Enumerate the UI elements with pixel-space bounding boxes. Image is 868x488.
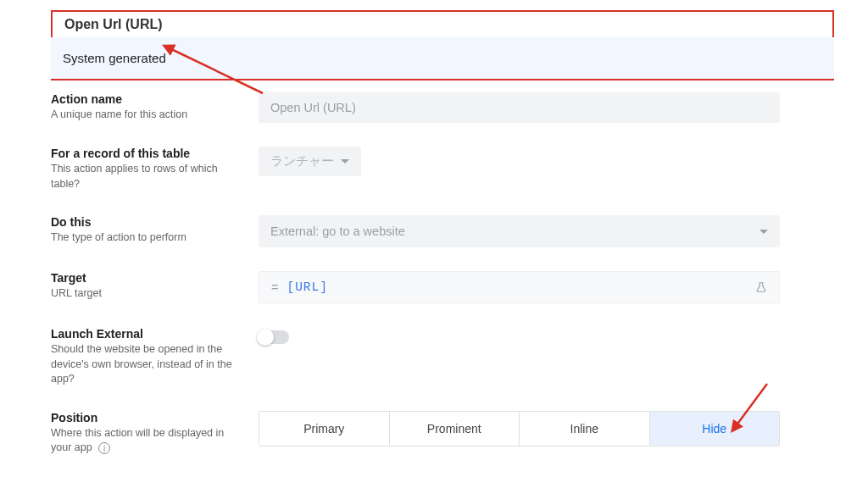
header-highlight-box: Open Url (URL) System generated [51, 10, 834, 80]
target-label: Target [51, 271, 242, 285]
field-launch-external: Launch External Should the website be op… [51, 315, 834, 399]
position-desc: Where this action will be displayed in y… [51, 426, 242, 456]
field-action-name: Action name A unique name for this actio… [51, 80, 834, 135]
table-select[interactable]: ランチャー [259, 147, 361, 176]
chevron-down-icon [760, 230, 768, 234]
system-generated-row: System generated [51, 37, 834, 79]
action-name-label: Action name [51, 92, 242, 106]
target-expression-input[interactable]: = [URL] [259, 271, 780, 303]
target-value: [URL] [287, 280, 328, 294]
action-title: Open Url (URL) [53, 12, 832, 37]
table-select-value: ランチャー [270, 153, 334, 169]
chevron-down-icon [341, 159, 349, 164]
target-prefix: = [271, 280, 278, 294]
do-this-select[interactable]: External: go to a website [259, 215, 780, 247]
launch-label: Launch External [51, 327, 242, 341]
position-option-prominent[interactable]: Prominent [390, 412, 520, 446]
toggle-knob [257, 329, 274, 346]
position-segmented: Primary Prominent Inline Hide [259, 411, 780, 446]
launch-external-toggle[interactable] [259, 330, 289, 344]
do-this-label: Do this [51, 215, 242, 229]
field-position: Position Where this action will be displ… [51, 399, 834, 459]
action-name-desc: A unique name for this action [51, 108, 242, 123]
table-label: For a record of this table [51, 147, 242, 160]
launch-desc: Should the website be opened in the devi… [51, 342, 242, 387]
table-desc: This action applies to rows of which tab… [51, 162, 242, 191]
position-option-hide[interactable]: Hide [650, 412, 780, 446]
field-table: For a record of this table This action a… [51, 135, 834, 203]
do-this-value: External: go to a website [270, 225, 405, 238]
field-do-this: Do this The type of action to perform Ex… [51, 203, 834, 259]
position-option-primary[interactable]: Primary [259, 412, 390, 446]
field-target: Target URL target = [URL] [51, 259, 834, 315]
beaker-icon[interactable] [755, 281, 767, 293]
info-icon[interactable]: i [98, 442, 110, 454]
system-generated-label: System generated [63, 51, 166, 65]
target-desc: URL target [51, 286, 242, 302]
do-this-desc: The type of action to perform [51, 230, 242, 246]
action-name-input[interactable] [259, 92, 780, 123]
position-option-inline[interactable]: Inline [520, 412, 650, 446]
position-label: Position [51, 411, 242, 424]
